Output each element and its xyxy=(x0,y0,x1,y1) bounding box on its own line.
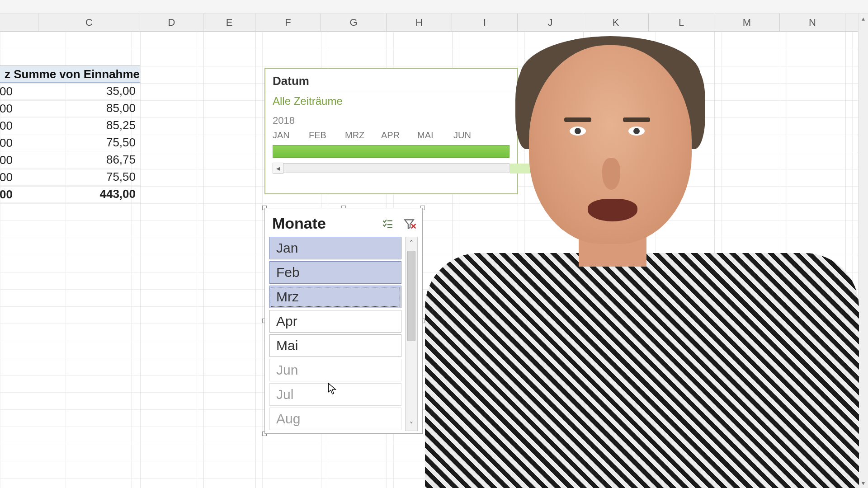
slicer-item-label: Apr xyxy=(276,314,297,329)
column-header-J[interactable]: J xyxy=(518,14,583,31)
column-header-label: E xyxy=(226,17,233,28)
timeline-month-label[interactable]: MAI xyxy=(417,130,453,141)
timeline-slicer[interactable]: Datum Alle Zeiträume 2018 JANFEBMRZAPRMA… xyxy=(264,68,518,194)
month-slicer[interactable]: Monate ✕ xyxy=(264,208,423,434)
timeline-scroll-left[interactable]: ◂ xyxy=(273,163,283,174)
pivot-value: 75,50 xyxy=(106,170,136,184)
pivot-value-cell[interactable]: 85,00 xyxy=(0,100,140,117)
slicer-item-mrz[interactable]: Mrz xyxy=(269,286,401,308)
slicer-item-label: Jan xyxy=(276,240,298,256)
column-header-M[interactable]: M xyxy=(714,14,780,31)
column-header-label: D xyxy=(168,17,175,28)
column-header-D[interactable]: D xyxy=(140,14,203,31)
clear-x-icon: ✕ xyxy=(410,221,417,231)
timeline-selection-bar[interactable] xyxy=(273,145,509,158)
scroll-down-icon[interactable]: ▾ xyxy=(859,478,868,488)
slicer-header: Monate ✕ xyxy=(269,213,418,237)
timeline-month-row: JANFEBMRZAPRMAIJUN xyxy=(265,127,517,142)
slicer-actions: ✕ xyxy=(382,218,415,230)
pivot-value: 75,50 xyxy=(106,136,136,150)
column-header-H[interactable]: H xyxy=(387,14,452,31)
scroll-up-icon[interactable]: ˄ xyxy=(406,237,417,249)
pivot-value-cell[interactable]: 85,25 xyxy=(0,117,140,134)
timeline-month-label[interactable]: JUN xyxy=(453,130,490,141)
slicer-container[interactable]: Monate ✕ xyxy=(264,208,423,434)
pivot-header-text: z Summe von Einnahmen xyxy=(5,67,140,81)
slicer-item-apr[interactable]: Apr xyxy=(269,310,401,333)
multi-select-icon[interactable] xyxy=(382,218,393,230)
column-header-C[interactable]: C xyxy=(38,14,140,31)
scroll-thumb[interactable] xyxy=(407,251,415,341)
pivot-header[interactable]: z Summe von Einnahmen xyxy=(0,66,140,83)
column-header-label: I xyxy=(483,17,486,28)
column-header-K[interactable]: K xyxy=(583,14,649,31)
pivot-value-cell[interactable]: 75,50 xyxy=(0,169,140,186)
column-header-label: J xyxy=(548,17,553,28)
column-header-F[interactable]: F xyxy=(255,14,321,31)
slicer-item-label: Jun xyxy=(276,362,298,378)
mouse-cursor-icon xyxy=(327,382,337,395)
scroll-up-icon[interactable]: ▴ xyxy=(859,14,868,23)
timeline-scroll-spill xyxy=(510,164,563,174)
column-header-N[interactable]: N xyxy=(780,14,845,31)
vertical-scrollbar[interactable]: ▴ ▾ xyxy=(858,14,868,488)
slicer-title: Monate xyxy=(272,215,326,232)
slicer-item-label: Mrz xyxy=(276,289,299,305)
slicer-scrollbar[interactable]: ˄ ˅ xyxy=(405,237,418,431)
pivot-value-cell[interactable]: 35,00 xyxy=(0,83,140,100)
column-header-label: H xyxy=(415,17,423,28)
timeline-scroll-track[interactable] xyxy=(283,163,509,173)
slicer-item-mai[interactable]: Mai xyxy=(269,334,401,357)
timeline-month-label[interactable]: MRZ xyxy=(345,130,381,141)
timeline-month-label[interactable]: APR xyxy=(381,130,417,141)
pivot-value: 85,00 xyxy=(106,101,136,115)
timeline-month-label[interactable]: JAN xyxy=(273,130,309,141)
timeline-year: 2018 xyxy=(265,112,517,127)
column-header-E[interactable]: E xyxy=(203,14,255,31)
slicer-item-jun[interactable]: Jun xyxy=(269,359,401,381)
column-header-label: G xyxy=(349,17,357,28)
column-header-G[interactable]: G xyxy=(321,14,387,31)
slicer-item-label: Aug xyxy=(276,411,300,427)
slicer-body: JanFebMrzAprMaiJunJulAug ˄ ˅ xyxy=(269,237,418,431)
slicer-list: JanFebMrzAprMaiJunJulAug xyxy=(269,237,405,431)
column-header-label: F xyxy=(285,17,291,28)
column-header-label: N xyxy=(809,17,816,28)
column-headers: CDEFGHIJKLMN xyxy=(0,14,868,32)
timeline-month-label[interactable]: FEB xyxy=(309,130,345,141)
slicer-item-label: Feb xyxy=(276,265,300,280)
slicer-item-label: Mai xyxy=(276,338,298,353)
scroll-down-icon[interactable]: ˅ xyxy=(406,419,417,431)
timeline-period-label[interactable]: Alle Zeiträume xyxy=(265,92,517,112)
slicer-item-aug[interactable]: Aug xyxy=(269,408,401,430)
pivot-value-cell[interactable]: 86,75 xyxy=(0,151,140,169)
timeline-title: Datum xyxy=(265,69,517,92)
pivot-total-value: 443,00 xyxy=(99,187,136,201)
column-header-label: C xyxy=(85,17,93,28)
pivot-total-cell[interactable]: 443,00 xyxy=(0,186,140,203)
slicer-item-feb[interactable]: Feb xyxy=(269,261,401,284)
column-header-L[interactable]: L xyxy=(649,14,714,31)
pivot-value: 86,75 xyxy=(106,153,136,167)
app-top-strip xyxy=(0,0,868,14)
timeline-scrollbar[interactable]: ◂ xyxy=(273,162,509,174)
slicer-item-jan[interactable]: Jan xyxy=(269,237,401,259)
column-header-label: L xyxy=(679,17,684,28)
column-header-label: K xyxy=(613,17,619,28)
pivot-value-cell[interactable]: 75,50 xyxy=(0,134,140,151)
column-header-label: M xyxy=(743,17,751,28)
pivot-value: 35,00 xyxy=(106,84,136,98)
pivot-value: 85,25 xyxy=(106,118,136,132)
slicer-item-label: Jul xyxy=(276,387,293,402)
column-header-I[interactable]: I xyxy=(452,14,518,31)
clear-filter-icon[interactable]: ✕ xyxy=(403,218,415,230)
